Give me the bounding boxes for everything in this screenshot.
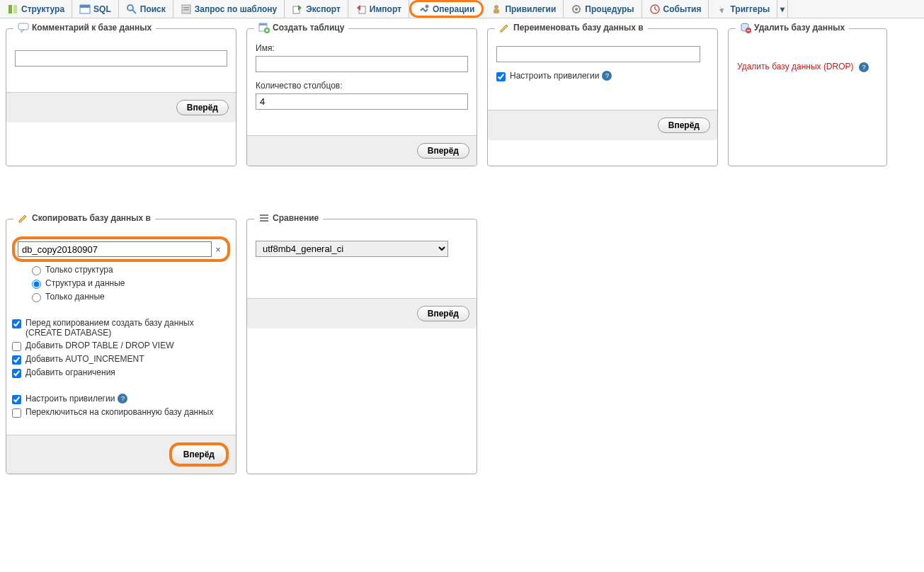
radio-data-only-label: Только данные [45, 292, 105, 302]
tab-label: Триггеры [730, 4, 770, 14]
svg-point-4 [127, 5, 133, 11]
pencil-icon [499, 22, 511, 33]
radio-structure-only-label: Только структура [45, 265, 113, 275]
columns-label: Количество столбцов: [256, 81, 468, 91]
chk-switch[interactable] [12, 408, 21, 418]
chk-constraints-label: Добавить ограничения [25, 367, 115, 377]
columns-count-input[interactable] [256, 93, 468, 110]
chevron-down-icon: ▾ [780, 4, 785, 14]
clear-icon[interactable]: × [212, 244, 224, 255]
panel-title: Сравнение [273, 213, 319, 223]
radio-structure-only[interactable] [32, 266, 41, 275]
chk-autoinc-label: Добавить AUTO_INCREMENT [25, 354, 144, 364]
svg-rect-19 [18, 23, 28, 30]
events-icon [649, 4, 661, 15]
sql-icon [79, 4, 91, 15]
tab-structure[interactable]: Структура [0, 0, 72, 18]
rename-adjust-privileges-label: Настроить привилегии [510, 71, 599, 81]
tab-label: События [663, 4, 702, 14]
panel-collation: Сравнение utf8mb4_general_ci Вперёд [246, 219, 477, 474]
rename-adjust-privileges-checkbox[interactable] [496, 72, 506, 81]
go-button-rename[interactable]: Вперёд [658, 118, 710, 133]
triggers-icon [716, 4, 727, 15]
svg-line-5 [132, 10, 136, 13]
rename-db-input[interactable] [496, 46, 700, 62]
tab-label: Привилегии [505, 4, 556, 14]
help-icon[interactable]: ? [859, 62, 869, 72]
help-icon[interactable]: ? [118, 394, 127, 404]
radio-data-only[interactable] [32, 293, 41, 302]
chk-privileges[interactable] [12, 395, 21, 404]
help-icon[interactable]: ? [602, 71, 612, 81]
panel-title: Комментарий к базе данных [32, 23, 152, 33]
svg-rect-21 [259, 23, 267, 25]
panel-title: Скопировать базу данных в [32, 213, 151, 223]
tab-query[interactable]: Запрос по шаблону [173, 0, 285, 18]
svg-rect-13 [494, 9, 499, 13]
delete-db-icon [740, 22, 751, 33]
chk-constraints[interactable] [12, 369, 21, 378]
search-icon [126, 4, 137, 15]
svg-rect-8 [183, 9, 189, 11]
operations-icon [418, 4, 430, 15]
tab-label: Импорт [370, 4, 401, 14]
tab-export[interactable]: Экспорт [285, 0, 348, 18]
go-button-create-table[interactable]: Вперёд [417, 143, 469, 159]
tab-operations[interactable]: Операции [409, 0, 484, 18]
radio-structure-data-label: Структура и данные [45, 278, 125, 288]
drop-database-link[interactable]: Удалить базу данных (DROP) [737, 62, 854, 72]
db-comment-input[interactable] [15, 50, 227, 67]
svg-point-15 [575, 8, 578, 11]
svg-point-12 [494, 5, 498, 9]
copy-db-name-input[interactable] [18, 241, 212, 257]
export-icon [292, 4, 303, 15]
panel-title: Создать таблицу [273, 23, 344, 33]
chk-drop[interactable] [12, 342, 21, 351]
tab-privileges[interactable]: Привилегии [484, 0, 564, 18]
chk-privileges-label: Настроить привилегии [25, 394, 115, 404]
panel-delete-db: Удалить базу данных Удалить базу данных … [728, 28, 887, 166]
tab-import[interactable]: Импорт [348, 0, 409, 18]
tab-label: Экспорт [306, 4, 341, 14]
collation-select[interactable]: utf8mb4_general_ci [256, 241, 448, 257]
svg-rect-7 [183, 7, 189, 8]
name-label: Имя: [256, 43, 468, 53]
panel-copy-db: Скопировать базу данных в × Только струк… [6, 219, 236, 474]
panel-db-comment: Комментарий к базе данных Вперёд [6, 28, 236, 166]
go-button-copy[interactable]: Вперёд [169, 442, 229, 467]
chk-drop-label: Добавить DROP TABLE / DROP VIEW [25, 341, 174, 350]
panel-title: Переименовать базу данных в [513, 23, 644, 33]
tab-label: Запрос по шаблону [195, 4, 277, 14]
go-button-collation[interactable]: Вперёд [417, 306, 469, 321]
svg-rect-3 [80, 5, 90, 8]
tab-routines[interactable]: Процедуры [564, 0, 641, 18]
comment-icon [18, 22, 29, 33]
structure-icon [7, 4, 18, 15]
panel-rename-db: Переименовать базу данных в Настроить пр… [487, 28, 718, 166]
routines-icon [571, 4, 582, 15]
tab-events[interactable]: События [642, 0, 709, 18]
panels-container: Комментарий к базе данных Вперёд Создать… [0, 18, 924, 484]
radio-structure-data[interactable] [32, 280, 41, 289]
tab-label: Операции [433, 4, 474, 14]
collation-icon [258, 212, 270, 224]
table-name-input[interactable] [256, 56, 468, 72]
create-table-icon [258, 22, 270, 33]
tab-more[interactable]: ▾ [777, 0, 788, 18]
tab-search[interactable]: Поиск [119, 0, 173, 18]
tab-triggers[interactable]: Триггеры [709, 0, 777, 18]
chk-switch-label: Переключиться на скопированную базу данн… [25, 407, 213, 417]
import-icon [355, 4, 367, 15]
panel-title: Удалить базу данных [754, 23, 845, 33]
top-tab-bar: Структура SQL Поиск Запрос по шаблону Эк… [0, 0, 924, 18]
tab-label: SQL [93, 4, 111, 14]
chk-autoinc[interactable] [12, 355, 21, 365]
query-icon [181, 4, 192, 15]
copy-db-input-highlight: × [12, 236, 230, 262]
go-button-comment[interactable]: Вперёд [176, 100, 229, 115]
privileges-icon [491, 4, 502, 15]
pencil-icon [18, 212, 29, 224]
tab-sql[interactable]: SQL [72, 0, 119, 18]
chk-create-db-label: Перед копированием создать базу данных (… [25, 318, 230, 338]
chk-create-db[interactable] [12, 319, 21, 328]
